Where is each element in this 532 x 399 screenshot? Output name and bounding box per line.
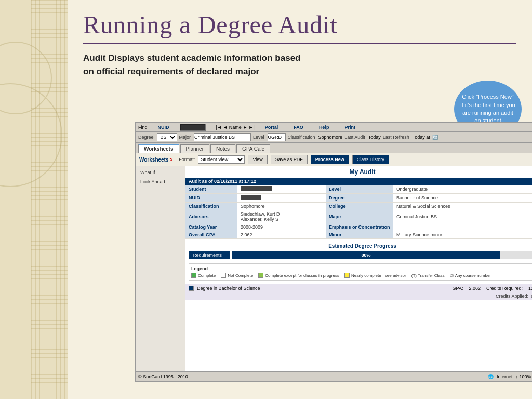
- last-audit-label: Last Audit: [344, 135, 365, 140]
- gpa-label: GPA:: [453, 286, 466, 291]
- legend-complete: Complete: [191, 273, 216, 278]
- portal-nav-bar: Find NUID |◄ ◄ Name ► ►| Portal FAO Help…: [136, 123, 532, 132]
- degree-footer: Degree in Bachelor of Science GPA: 2.062…: [185, 284, 532, 292]
- internet-label: Internet: [497, 374, 513, 379]
- in-progress-label: Complete except for classes in-progress: [265, 273, 339, 278]
- table-row: Catalog Year 2008-2009 Emphasis or Conce…: [185, 223, 532, 231]
- sidebar-look-ahead[interactable]: Look Ahead: [138, 178, 183, 186]
- refresh-icon[interactable]: 🔄: [432, 135, 438, 140]
- nearly-complete-label: Nearly complete - see advisor: [351, 273, 406, 278]
- complete-label: Complete: [198, 273, 216, 278]
- overall-gpa-value: 2.062: [237, 231, 326, 239]
- major-label-cell: Major: [326, 210, 393, 223]
- table-row: Advisors Siedschlaw, Kurt DAlexander, Ke…: [185, 210, 532, 223]
- nuid-label: NUID: [158, 125, 169, 130]
- my-audit-title: My Audit: [349, 168, 375, 176]
- level-label-cell: Level: [326, 185, 393, 194]
- look-ahead-label: Look Ahead: [140, 179, 165, 184]
- audit-date-header: Audit as of 02/16/2011 at 17:12: [189, 179, 256, 184]
- legend-in-progress: Complete except for classes in-progress: [258, 273, 339, 278]
- subtitle-line1: Audit Displays student academic informat…: [83, 53, 300, 63]
- save-pdf-button[interactable]: Save as PDF: [271, 155, 308, 164]
- student-label: Student: [185, 185, 237, 194]
- audit-sidebar: What If Look Ahead: [136, 166, 185, 372]
- zoom-level: ↕ 100% ▼: [516, 374, 532, 379]
- table-row: Classification Sophomore College Natural…: [185, 203, 532, 210]
- not-complete-box: [221, 273, 226, 278]
- table-row: Overall GPA 2.062 Minor Military Science…: [185, 231, 532, 239]
- audit-content: My Audit Audit as of 02/16/2011 at 17:12…: [185, 166, 532, 372]
- portal-label: Portal: [265, 125, 278, 130]
- copyright-label: © SunGard 1995 - 2010: [138, 374, 188, 379]
- major-input[interactable]: [194, 133, 251, 141]
- legend-any-course: @ Any course number: [450, 273, 491, 278]
- degree-label-cell: Degree: [326, 194, 393, 203]
- table-row: NUID Degree Bachelor of Science: [185, 194, 532, 203]
- fao-label: FAO: [294, 125, 303, 130]
- progress-percent: 88%: [361, 252, 370, 258]
- sidebar-what-if[interactable]: What If: [138, 168, 183, 177]
- tab-gpa-calc[interactable]: GPA Calc: [236, 144, 270, 153]
- toolbar-row: Degree BS Major Level Classification Sop…: [136, 132, 532, 143]
- minor-value: Military Science minor: [393, 231, 532, 239]
- process-new-button[interactable]: Process New: [311, 155, 349, 164]
- audit-info-header: Audit as of 02/16/2011 at 17:12: [185, 178, 532, 185]
- gpa-value: 2.062: [469, 286, 481, 291]
- what-if-label: What If: [140, 170, 155, 175]
- level-value-cell: Undergraduate: [393, 185, 532, 194]
- in-progress-box: [258, 273, 263, 278]
- tab-worksheets[interactable]: Worksheets: [138, 144, 179, 153]
- catalog-year-value: 2008-2009: [237, 223, 326, 231]
- major-label: Major: [179, 135, 191, 140]
- catalog-year-label: Catalog Year: [185, 223, 237, 231]
- nuid-value-cell: [237, 194, 326, 203]
- overall-gpa-label: Overall GPA: [185, 231, 237, 239]
- worksheets-label: Worksheets: [139, 157, 169, 163]
- bg-grid-pattern: [31, 0, 68, 399]
- subtitle-line2: on official requirements of declared maj…: [83, 66, 259, 76]
- credits-applied-label: Credits Applied:: [496, 294, 531, 299]
- audit-title: My Audit: [185, 166, 532, 178]
- gpa-footer: Credits Applied: 68: [185, 292, 532, 300]
- tab-notes[interactable]: Notes: [210, 144, 235, 153]
- level-input[interactable]: [268, 133, 286, 141]
- level-label: Level: [253, 135, 264, 140]
- action-row: Worksheets > Format: Student View View S…: [136, 153, 532, 166]
- major-value-cell: Criminal Justice BS: [393, 210, 532, 223]
- progress-title: Estimated Degree Progress: [189, 243, 532, 249]
- page-title: Running a Degree Audit: [83, 10, 516, 39]
- college-label-cell: College: [326, 203, 393, 210]
- credits-required-label: Credits Required:: [484, 286, 525, 291]
- degree-select[interactable]: BS: [157, 133, 177, 141]
- emphasis-value: [393, 223, 532, 231]
- complete-box: [191, 273, 196, 278]
- degree-footer-label: Degree in Bachelor of Science: [197, 286, 260, 291]
- main-content: Running a Degree Audit Audit Displays st…: [68, 0, 532, 399]
- format-select[interactable]: Student View: [198, 155, 245, 164]
- last-audit-value: Today: [368, 135, 381, 140]
- minor-label: Minor: [326, 231, 393, 239]
- tab-planner[interactable]: Planner: [180, 144, 209, 153]
- progress-bar-row: Requirements 88%: [189, 251, 532, 259]
- table-row: Student Level Undergraduate: [185, 185, 532, 194]
- degree-box: [189, 286, 194, 291]
- help-label: Help: [319, 125, 329, 130]
- legend-nearly-complete: Nearly complete - see advisor: [344, 273, 406, 278]
- callout-text: Click "Process New" if it's the first ti…: [460, 93, 515, 125]
- degree-value-cell: Bachelor of Science: [393, 194, 532, 203]
- advisors-value-cell: Siedschlaw, Kurt DAlexander, Kelly S: [237, 210, 326, 223]
- class-history-button[interactable]: Class History: [352, 155, 389, 164]
- legend-transfer: (T) Transfer Class: [411, 273, 445, 278]
- audit-area: What If Look Ahead My Audit Audit as of …: [136, 166, 532, 372]
- tabs-row: Worksheets Planner Notes GPA Calc: [136, 143, 532, 153]
- last-refresh-value: Today at: [413, 135, 430, 140]
- view-button[interactable]: View: [248, 155, 267, 164]
- classification-value: Sophomore: [318, 135, 343, 140]
- nav-arrow: >: [170, 157, 173, 163]
- nuid-input[interactable]: [180, 124, 206, 131]
- audit-info-table: Student Level Undergraduate NUID Degree …: [185, 185, 532, 239]
- worksheets-nav: Worksheets >: [139, 157, 172, 163]
- last-refresh-label: Last Refresh: [383, 135, 409, 140]
- nuid-label-cell: NUID: [185, 194, 237, 203]
- status-bar: © SunGard 1995 - 2010 🌐 Internet ↕ 100% …: [136, 371, 532, 381]
